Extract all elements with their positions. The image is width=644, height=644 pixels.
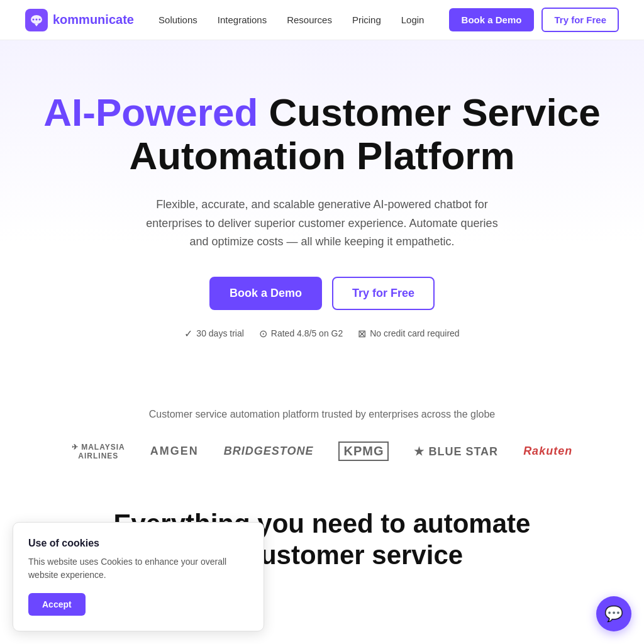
logo-malaysia-text: ✈ MALAYSIAAIRLINES <box>72 443 125 460</box>
hero-section: AI-Powered Customer Service Automation P… <box>0 40 644 377</box>
hero-badges: ✓ 30 days trial ⊙ Rated 4.8/5 on G2 ⊠ No… <box>13 328 631 340</box>
no-cc-badge: ⊠ No credit card required <box>358 328 459 340</box>
logo-bluestar: ★ BLUE STAR <box>414 439 498 464</box>
logo-bridgestone-text: BRIDGESTONE <box>224 445 314 458</box>
hero-title: AI-Powered Customer Service Automation P… <box>13 91 631 178</box>
cookie-title: Use of cookies <box>28 538 248 549</box>
logo-malaysia: ✈ MALAYSIAAIRLINES <box>72 439 125 464</box>
rating-badge-text: Rated 4.8/5 on G2 <box>271 328 343 338</box>
logo-kpmg: KPMG <box>338 439 389 464</box>
rating-badge: ⊙ Rated 4.8/5 on G2 <box>259 328 343 340</box>
logo-bridgestone: BRIDGESTONE <box>224 439 314 464</box>
logos-title: Customer service automation platform tru… <box>25 409 619 420</box>
logo-rakuten: Rakuten <box>523 439 572 464</box>
logo-text: kommunicate <box>53 13 134 27</box>
logos-section: Customer service automation platform tru… <box>0 377 644 489</box>
nav-pricing[interactable]: Pricing <box>352 14 381 25</box>
svg-point-3 <box>36 18 38 20</box>
svg-point-4 <box>39 18 41 20</box>
nav-actions: Book a Demo Try for Free <box>449 8 619 32</box>
hero-subtitle: Flexible, accurate, and scalable generat… <box>140 196 504 252</box>
logo-kpmg-text: KPMG <box>338 441 389 461</box>
logo-amgen-text: AMGEN <box>150 445 199 458</box>
nav-book-demo-button[interactable]: Book a Demo <box>449 8 535 31</box>
logo-link[interactable]: kommunicate <box>25 9 134 31</box>
nav-login[interactable]: Login <box>401 14 425 25</box>
hero-title-highlight: AI-Powered <box>43 91 258 134</box>
cookie-banner: Use of cookies This website uses Cookies… <box>13 522 264 591</box>
trial-badge: ✓ 30 days trial <box>184 328 243 340</box>
logos-row: ✈ MALAYSIAAIRLINES AMGEN BRIDGESTONE KPM… <box>25 439 619 464</box>
navbar: kommunicate Solutions Integrations Resou… <box>0 0 644 40</box>
hero-buttons: Book a Demo Try for Free <box>13 277 631 310</box>
check-icon: ✓ <box>184 328 192 340</box>
nav-integrations[interactable]: Integrations <box>218 14 267 25</box>
g2-icon: ⊙ <box>259 328 267 340</box>
svg-point-2 <box>33 18 35 20</box>
logo-icon <box>25 9 48 31</box>
nav-links: Solutions Integrations Resources Pricing… <box>158 14 424 25</box>
hero-try-free-button[interactable]: Try for Free <box>332 277 435 310</box>
nav-solutions[interactable]: Solutions <box>158 14 197 25</box>
trial-badge-text: 30 days trial <box>196 328 243 338</box>
hero-book-demo-button[interactable]: Book a Demo <box>209 277 322 310</box>
logo-amgen: AMGEN <box>150 439 199 464</box>
cookie-description: This website uses Cookies to enhance you… <box>28 555 248 582</box>
logo-rakuten-text: Rakuten <box>523 445 572 458</box>
no-cc-badge-text: No credit card required <box>370 328 459 338</box>
nav-try-free-button[interactable]: Try for Free <box>541 8 619 32</box>
no-cc-icon: ⊠ <box>358 328 366 340</box>
nav-resources[interactable]: Resources <box>287 14 332 25</box>
logo-bluestar-text: ★ BLUE STAR <box>414 445 498 458</box>
